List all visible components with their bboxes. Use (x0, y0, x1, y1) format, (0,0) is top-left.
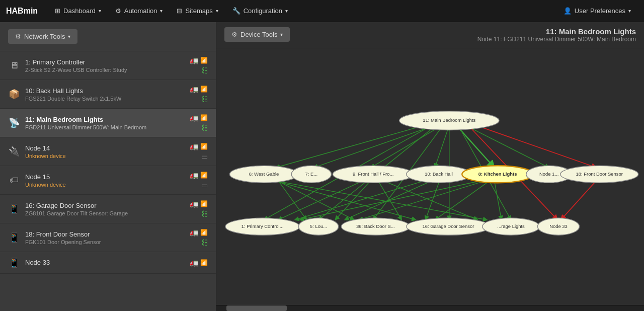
svg-line-30 (495, 181, 502, 220)
link-status-icon: ▭ (201, 152, 208, 161)
chevron-down-icon: ▾ (628, 8, 631, 14)
graph-node-label: 36: Back Door S... (356, 223, 395, 229)
graph-node-label: 18: Front Door Sensor (576, 171, 623, 177)
chevron-down-icon: ▾ (285, 8, 288, 14)
device-status-icons: 🚛 📶 ⛓ (190, 228, 208, 247)
right-panel-header: ⚙ Device Tools ▾ 11: Main Bedroom Lights… (216, 22, 644, 48)
device-type-icon: 🖥 (8, 60, 20, 71)
list-item[interactable]: 📱 18: Front Door Sensor FGK101 Door Open… (0, 223, 216, 252)
graph-node-label: 5: Lou... (310, 223, 327, 229)
graph-svg: 11: Main Bedroom Lights 6: West Gable 7:… (216, 48, 644, 305)
svg-line-26 (426, 181, 440, 220)
svg-line-23 (383, 181, 478, 220)
device-info: 11: Main Bedroom Lights FGD211 Universal… (25, 116, 190, 130)
link-status-icon: ⛓ (201, 210, 208, 218)
graph-node-label: 7: E... (305, 171, 318, 177)
device-subtitle: Unknown device (25, 153, 190, 159)
svg-line-20 (278, 181, 364, 220)
network-tools-button[interactable]: ⚙ Network Tools ▾ (8, 29, 77, 44)
list-item[interactable]: 🔌 Node 14 Unknown device 🚛 📶 ▭ (0, 137, 216, 166)
truck-icon: 🚛 (190, 56, 198, 64)
nav-automation[interactable]: ⚙ Automation ▾ (108, 0, 170, 22)
list-item[interactable]: 📱 Node 33 🚛 📶 (0, 252, 216, 274)
svg-line-9 (470, 123, 596, 168)
signal-icon: 📶 (200, 114, 208, 121)
user-icon: 👤 (564, 7, 572, 15)
signal-icon: 📶 (200, 57, 208, 64)
signal-icon: 📶 (200, 86, 208, 93)
device-info: 10: Back Hall Lights FGS221 Double Relay… (25, 87, 190, 102)
device-type-icon: 📱 (8, 203, 20, 214)
signal-icon: 📶 (200, 229, 208, 236)
device-status-icons: 🚛 📶 ⛓ (190, 85, 208, 103)
device-type-icon: 📡 (8, 117, 20, 128)
gear-icon: ⚙ (231, 31, 237, 38)
device-status-icons: 🚛 📶 (190, 259, 208, 267)
graph-node-label: 9: Front Hall / Fro... (353, 171, 393, 177)
device-list: 🖥 1: Primary Controller Z-Stick S2 Z-Wav… (0, 51, 216, 311)
chevron-down-icon: ▾ (216, 8, 218, 14)
svg-line-18 (273, 181, 416, 220)
svg-line-28 (359, 181, 486, 220)
device-info: Node 33 (25, 259, 190, 267)
graph-node-label: 16: Garage Door Sensor (422, 223, 474, 229)
device-subtitle: ZG8101 Garage Door Tilt Sensor: Garage (25, 210, 190, 216)
signal-icon: 📶 (200, 259, 208, 266)
device-type-icon: 📱 (8, 232, 20, 243)
device-status-icons: 🚛 📶 ⛓ (190, 114, 208, 132)
horizontal-scrollbar[interactable] (216, 305, 644, 311)
device-info: 16: Garage Door Sensor ZG8101 Garage Doo… (25, 202, 190, 216)
brand-logo: HABmin (6, 7, 44, 16)
device-subtitle: Unknown device (25, 182, 190, 188)
nav-sitemaps[interactable]: ⊟ Sitemaps ▾ (170, 0, 225, 22)
left-panel-header: ⚙ Network Tools ▾ (0, 22, 216, 51)
list-item[interactable]: 🖥 1: Primary Controller Z-Stick S2 Z-Wav… (0, 51, 216, 80)
svg-line-31 (561, 181, 597, 220)
truck-icon: 🚛 (190, 142, 198, 150)
device-info: 1: Primary Controller Z-Stick S2 Z-Wave … (25, 58, 190, 73)
gear-icon: ⚙ (15, 33, 21, 40)
device-info: Node 14 Unknown device (25, 144, 190, 159)
main-layout: ⚙ Network Tools ▾ 🖥 1: Primary Controlle… (0, 22, 644, 311)
nav-dashboard[interactable]: ⊞ Dashboard ▾ (48, 0, 108, 22)
signal-icon: 📶 (200, 143, 208, 150)
link-status-icon: ⛓ (201, 66, 208, 74)
graph-node-label: Node 33 (549, 223, 568, 229)
list-item[interactable]: 📡 11: Main Bedroom Lights FGD211 Univers… (0, 109, 216, 137)
device-subtitle: Z-Stick S2 Z-Wave USB Controller: Study (25, 67, 190, 73)
list-item[interactable]: 📦 10: Back Hall Lights FGS221 Double Rel… (0, 80, 216, 109)
graph-node-label: 6: West Gable (249, 171, 279, 177)
list-item[interactable]: 🏷 Node 15 Unknown device 🚛 📶 ▭ (0, 166, 216, 195)
graph-title: 11: Main Bedroom Lights (477, 27, 636, 36)
right-panel: ⚙ Device Tools ▾ 11: Main Bedroom Lights… (216, 22, 644, 311)
dashboard-icon: ⊞ (55, 7, 60, 15)
nav-user-preferences[interactable]: 👤 User Preferences ▾ (556, 0, 638, 22)
device-subtitle: FGK101 Door Opening Sensor (25, 239, 190, 245)
device-name: Node 15 (25, 173, 190, 181)
device-status-icons: 🚛 📶 ⛓ (190, 56, 208, 74)
device-status-icons: 🚛 📶 ▭ (190, 171, 208, 189)
svg-line-21 (335, 181, 371, 220)
link-status-icon: ▭ (201, 181, 208, 189)
device-subtitle: FGD211 Universal Dimmer 500W: Main Bedro… (25, 124, 190, 130)
navbar: HABmin ⊞ Dashboard ▾ ⚙ Automation ▾ ⊟ Si… (0, 0, 644, 22)
device-name: Node 33 (25, 259, 190, 266)
svg-line-6 (435, 125, 449, 168)
device-status-icons: 🚛 📶 ⛓ (190, 200, 208, 218)
truck-icon: 🚛 (190, 171, 198, 179)
svg-line-25 (345, 181, 433, 220)
device-subtitle: FGS221 Double Relay Switch 2x1.5kW (25, 96, 190, 102)
svg-line-3 (276, 124, 428, 168)
list-item[interactable]: 📱 16: Garage Door Sensor ZG8101 Garage D… (0, 195, 216, 223)
device-tools-button[interactable]: ⚙ Device Tools ▾ (224, 27, 290, 42)
automation-icon: ⚙ (115, 7, 121, 15)
device-status-icons: 🚛 📶 ▭ (190, 142, 208, 161)
graph-node-label: Node 1... (539, 171, 558, 177)
graph-subtitle: Node 11: FGD211 Universal Dimmer 500W: M… (477, 36, 636, 43)
svg-line-29 (435, 181, 490, 220)
network-graph: 11: Main Bedroom Lights 6: West Gable 7:… (216, 48, 644, 305)
device-name: 18: Front Door Sensor (25, 230, 190, 238)
link-status-icon: ⛓ (201, 239, 208, 247)
device-name: 1: Primary Controller (25, 58, 190, 66)
nav-configuration[interactable]: 🔧 Configuration ▾ (225, 0, 295, 22)
